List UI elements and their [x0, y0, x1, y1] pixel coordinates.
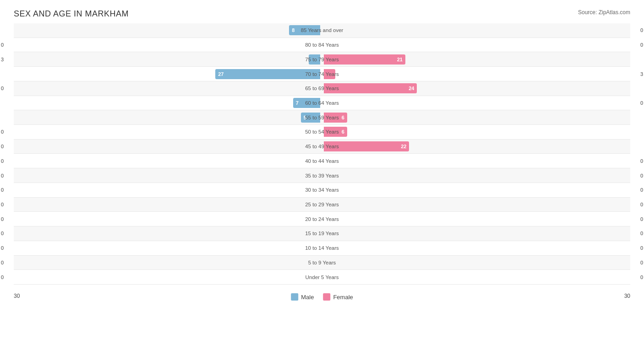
right-side: 0 [322, 198, 630, 212]
row-label: 40 to 44 Years [305, 158, 339, 164]
male-value: 0 [1, 173, 4, 178]
female-value: 0 [640, 158, 643, 164]
female-value: 0 [640, 100, 643, 106]
row-label: 80 to 84 Years [305, 42, 339, 48]
row-label: 75 to 79 Years [305, 57, 339, 62]
bar-row: 0 50 to 54 Years 6 [14, 125, 630, 140]
legend: Male Female [291, 293, 353, 301]
left-side: 0 [14, 241, 322, 255]
right-side: 0 [322, 23, 630, 38]
female-value: 0 [640, 274, 643, 280]
female-value: 0 [640, 27, 643, 33]
left-side: 0 [14, 212, 322, 226]
right-side: 0 [322, 226, 630, 241]
bar-row: 0 45 to 49 Years 22 [14, 140, 630, 154]
female-value: 0 [640, 216, 643, 222]
male-value: 0 [1, 86, 4, 91]
bar-row: 0 25 to 29 Years 0 [14, 198, 630, 212]
female-value-inside: 6 [342, 129, 344, 135]
left-side: 0 [14, 183, 322, 197]
bar-row: 0 5 to 9 Years 0 [14, 256, 630, 270]
male-value-inside: 8 [292, 27, 295, 33]
row-label: 55 to 59 Years [305, 115, 339, 120]
male-value: 0 [1, 42, 4, 48]
left-side: 0 [14, 154, 322, 168]
left-side: 7 [14, 96, 322, 110]
left-side: 0 [14, 38, 322, 52]
right-side: 0 [322, 256, 630, 270]
left-side: 27 [14, 67, 322, 81]
right-side: 24 [322, 81, 630, 96]
male-value: 0 [1, 260, 4, 265]
chart-area: 8 85 Years and over 0 0 80 to 84 Years 0 [14, 23, 630, 303]
row-label: 35 to 39 Years [305, 173, 339, 178]
male-value: 0 [1, 274, 4, 280]
row-label: 45 to 49 Years [305, 144, 339, 149]
right-side: 0 [322, 96, 630, 110]
bar-row: 7 60 to 64 Years 0 [14, 96, 630, 111]
row-label: 70 to 74 Years [305, 71, 339, 77]
right-side: 6 [322, 110, 630, 124]
row-label: Under 5 Years [306, 274, 339, 280]
bar-row: 0 10 to 14 Years 0 [14, 241, 630, 256]
bar-row: 0 35 to 39 Years 0 [14, 168, 630, 183]
female-value-inside: 24 [409, 86, 414, 91]
chart-container: SEX AND AGE IN MARKHAM Source: ZipAtlas.… [0, 0, 644, 339]
row-label: 10 to 14 Years [305, 245, 339, 251]
row-label: 65 to 69 Years [305, 86, 339, 91]
female-value: 0 [640, 42, 643, 48]
legend-male: Male [291, 293, 314, 301]
left-side: 0 [14, 140, 322, 154]
left-side: 0 [14, 270, 322, 284]
female-value: 0 [640, 245, 643, 251]
male-value: 0 [1, 231, 4, 236]
right-side: 0 [322, 154, 630, 168]
left-side: 0 [14, 256, 322, 270]
right-side: 0 [322, 38, 630, 52]
male-value: 0 [1, 216, 4, 222]
axis-right-label: 30 [624, 293, 630, 299]
chart-title: SEX AND AGE IN MARKHAM [14, 9, 630, 19]
legend-male-label: Male [301, 294, 314, 301]
right-side: 22 [322, 140, 630, 154]
bar-row: 5 55 to 59 Years 6 [14, 110, 630, 125]
female-value-inside: 22 [401, 144, 406, 149]
axis-bottom: 30 Male Female 30 [14, 289, 630, 303]
rows-container: 8 85 Years and over 0 0 80 to 84 Years 0 [14, 23, 630, 285]
female-value: 0 [640, 173, 643, 178]
legend-male-box [291, 293, 298, 301]
female-value: 3 [640, 71, 643, 77]
right-side: 0 [322, 270, 630, 284]
male-value-inside: 7 [296, 100, 299, 106]
bar-row: 0 40 to 44 Years 0 [14, 154, 630, 168]
left-side: 0 [14, 125, 322, 139]
male-value: 0 [1, 158, 4, 164]
male-value: 0 [1, 144, 4, 149]
female-value: 0 [640, 202, 643, 207]
left-side: 8 [14, 23, 322, 38]
row-label: 30 to 34 Years [305, 187, 339, 193]
row-label: 25 to 29 Years [305, 202, 339, 207]
male-value: 0 [1, 129, 4, 135]
bar-male: 27 [215, 69, 320, 79]
source-text: Source: ZipAtlas.com [578, 9, 630, 16]
left-side: 0 [14, 226, 322, 241]
right-side: 0 [322, 168, 630, 183]
row-label: 85 Years and over [301, 27, 344, 33]
row-label: 5 to 9 Years [308, 260, 336, 265]
legend-female-label: Female [333, 294, 353, 301]
bar-row: 0 20 to 24 Years 0 [14, 212, 630, 226]
legend-female: Female [323, 293, 353, 301]
female-value: 0 [640, 231, 643, 236]
left-side: 3 [14, 52, 322, 66]
male-value: 0 [1, 202, 4, 207]
left-side: 0 [14, 81, 322, 96]
right-side: 0 [322, 241, 630, 255]
female-value: 0 [640, 187, 643, 193]
female-value: 0 [640, 260, 643, 265]
left-side: 0 [14, 198, 322, 212]
male-value-inside: 27 [218, 71, 224, 77]
right-side: 6 [322, 125, 630, 139]
row-label: 15 to 19 Years [305, 231, 339, 236]
right-side: 21 [322, 52, 630, 66]
